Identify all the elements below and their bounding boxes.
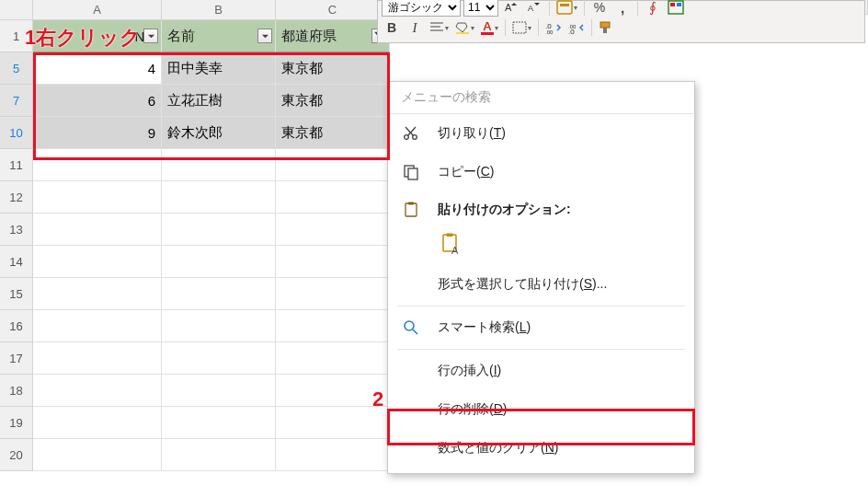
cell[interactable]	[33, 375, 162, 407]
cell[interactable]	[33, 278, 162, 310]
table-row[interactable]: 19	[0, 407, 390, 439]
cell[interactable]	[33, 214, 162, 246]
borders-button[interactable]: ▾	[510, 18, 533, 37]
row-header[interactable]: 10	[0, 117, 33, 149]
comma-style-icon[interactable]: ,	[612, 0, 633, 17]
fill-color-button[interactable]: ▾	[453, 18, 476, 37]
increase-font-size-icon[interactable]: A	[501, 0, 521, 17]
table-row[interactable]: 17	[0, 342, 390, 375]
cell[interactable]	[276, 375, 390, 407]
cell[interactable]	[276, 407, 390, 439]
cell[interactable]	[276, 149, 390, 181]
font-name-select[interactable]: 游ゴシック	[382, 0, 461, 17]
table-row[interactable]: 12	[0, 181, 390, 214]
column-header-a[interactable]: A	[33, 0, 162, 20]
cell[interactable]	[162, 278, 276, 310]
percent-style-icon[interactable]: %	[589, 0, 610, 17]
table-row[interactable]: 11	[0, 149, 390, 181]
menu-item-copy[interactable]: コピー(C)	[388, 153, 694, 191]
cell[interactable]	[33, 342, 162, 375]
row-header[interactable]: 11	[0, 149, 33, 181]
cell[interactable]	[162, 375, 276, 407]
cell[interactable]	[276, 310, 390, 342]
menu-search-input[interactable]: メニューの検索	[388, 82, 694, 114]
cell[interactable]	[162, 181, 276, 214]
decrease-font-size-icon[interactable]: A	[524, 0, 544, 17]
header-cell-b[interactable]: 名前	[162, 20, 276, 52]
row-header[interactable]: 17	[0, 342, 33, 375]
menu-item-cut[interactable]: 切り取り(T)	[388, 114, 694, 153]
row-header[interactable]: 1	[0, 20, 33, 52]
cell[interactable]: 東京都	[276, 117, 390, 149]
cell[interactable]	[162, 439, 276, 471]
column-header-c[interactable]: C	[276, 0, 390, 20]
autosum-icon[interactable]: ∮	[643, 0, 663, 17]
row-header[interactable]: 20	[0, 439, 33, 471]
cell[interactable]	[33, 439, 162, 471]
row-header[interactable]: 14	[0, 246, 33, 278]
cell[interactable]: 立花正樹	[162, 85, 276, 117]
bold-button[interactable]: B	[382, 18, 402, 37]
italic-button[interactable]: I	[405, 18, 425, 37]
row-header[interactable]: 18	[0, 375, 33, 407]
cell-styles-icon[interactable]: ▾	[554, 0, 579, 17]
font-color-button[interactable]: A ▾	[479, 18, 500, 37]
cell[interactable]	[276, 278, 390, 310]
table-row[interactable]: 7 6 立花正樹 東京都	[0, 85, 390, 117]
menu-item-delete-row[interactable]: 行の削除(D)	[388, 390, 694, 429]
menu-item-clear-contents[interactable]: 数式と値のクリア(N)	[388, 429, 694, 468]
cell[interactable]: 9	[33, 117, 162, 149]
decrease-decimal-icon[interactable]: .00.0	[566, 18, 587, 37]
header-cell-c[interactable]: 都道府県	[276, 20, 390, 52]
cell[interactable]	[276, 246, 390, 278]
table-row[interactable]: 10 9 鈴木次郎 東京都	[0, 117, 390, 149]
cell[interactable]	[162, 149, 276, 181]
cell[interactable]: 鈴木次郎	[162, 117, 276, 149]
filter-dropdown-icon[interactable]	[143, 29, 158, 43]
row-header[interactable]: 19	[0, 407, 33, 439]
cell[interactable]	[33, 246, 162, 278]
cell[interactable]	[33, 407, 162, 439]
cell[interactable]	[162, 310, 276, 342]
table-row[interactable]: 5 4 田中美幸 東京都	[0, 52, 390, 85]
row-header[interactable]: 12	[0, 181, 33, 214]
row-header[interactable]: 5	[0, 52, 33, 85]
row-header[interactable]: 7	[0, 85, 33, 117]
column-header-b[interactable]: B	[162, 0, 276, 20]
header-cell-a[interactable]: NG	[33, 20, 162, 52]
select-all-corner[interactable]	[0, 0, 33, 20]
table-row[interactable]: 14	[0, 246, 390, 278]
cell[interactable]	[276, 439, 390, 471]
cell[interactable]: 田中美幸	[162, 52, 276, 85]
cell[interactable]: 6	[33, 85, 162, 117]
cell[interactable]: 東京都	[276, 85, 390, 117]
conditional-format-icon[interactable]	[666, 0, 686, 17]
menu-item-smart-lookup[interactable]: スマート検索(L)	[388, 308, 694, 347]
table-row[interactable]: 20	[0, 439, 390, 471]
cell[interactable]	[33, 181, 162, 214]
paste-default-button[interactable]: A	[438, 230, 467, 260]
cell[interactable]	[276, 181, 390, 214]
cell[interactable]	[162, 342, 276, 375]
cell[interactable]	[162, 246, 276, 278]
increase-decimal-icon[interactable]: .0.00	[543, 18, 564, 37]
menu-item-paste-special[interactable]: 形式を選択して貼り付け(S)...	[388, 265, 694, 304]
cell[interactable]	[276, 214, 390, 246]
cell[interactable]: 4	[33, 52, 162, 85]
align-button[interactable]: ▾	[428, 18, 451, 37]
filter-dropdown-icon[interactable]	[257, 29, 272, 43]
menu-item-insert-row[interactable]: 行の挿入(I)	[388, 352, 694, 390]
row-header[interactable]: 13	[0, 214, 33, 246]
table-row[interactable]: 18	[0, 375, 390, 407]
table-row[interactable]: 16	[0, 310, 390, 342]
format-painter-icon[interactable]	[597, 18, 619, 37]
table-row[interactable]: 15	[0, 278, 390, 310]
cell[interactable]: 東京都	[276, 52, 390, 85]
cell[interactable]	[162, 407, 276, 439]
cell[interactable]	[33, 310, 162, 342]
row-header[interactable]: 16	[0, 310, 33, 342]
cell[interactable]	[162, 214, 276, 246]
row-header[interactable]: 15	[0, 278, 33, 310]
cell[interactable]	[276, 342, 390, 375]
cell[interactable]	[33, 149, 162, 181]
